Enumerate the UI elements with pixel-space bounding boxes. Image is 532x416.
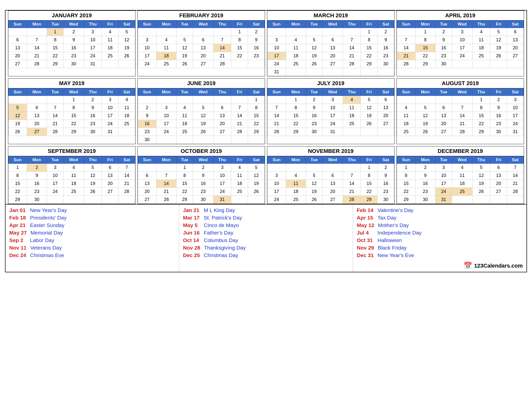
cal-day: 19 (193, 120, 213, 128)
month-table-9: SunMonTueWedThuFriSat1234567891011121314… (8, 156, 135, 204)
cal-day: 25 (118, 120, 135, 128)
cal-day: 13 (322, 44, 343, 52)
cal-day (156, 96, 176, 104)
cal-day (378, 128, 394, 136)
holiday-row: Jan 21M L King Day (183, 206, 349, 214)
cal-day: 14 (343, 180, 361, 188)
holiday-date: Oct 31 (357, 237, 374, 243)
cal-day (213, 136, 231, 144)
day-header-sun: Sun (268, 156, 286, 164)
holiday-name: New Year's Day (30, 207, 67, 213)
cal-day: 28 (452, 128, 472, 136)
cal-day: 14 (213, 44, 231, 52)
cal-day (306, 28, 322, 36)
cal-day: 26 (8, 128, 27, 136)
holiday-row: Oct 14Columbus Day (183, 237, 349, 244)
cal-day: 3 (47, 164, 64, 172)
day-header-tue: Tue (176, 156, 193, 164)
cal-day: 3 (84, 28, 102, 36)
holiday-row: Oct 31Halloween (357, 237, 523, 244)
cal-day: 10 (452, 36, 472, 44)
cal-day: 10 (47, 172, 64, 180)
month-block-10: OCTOBER 2019SunMonTueWedThuFriSat1234567… (138, 146, 265, 204)
cal-day: 18 (102, 44, 118, 52)
cal-day: 18 (231, 180, 248, 188)
day-header-sat: Sat (507, 21, 524, 28)
day-header-sat: Sat (378, 156, 394, 164)
cal-day: 31 (435, 196, 452, 204)
cal-day: 7 (213, 36, 231, 44)
cal-day: 27 (378, 120, 394, 128)
day-header-wed: Wed (64, 89, 84, 96)
day-header-thu: Thu (213, 156, 231, 164)
cal-day: 31 (322, 128, 343, 136)
cal-day: 27 (490, 188, 507, 196)
cal-day: 24 (84, 52, 102, 60)
day-header-mon: Mon (27, 156, 47, 164)
holiday-date: Nov 11 (9, 245, 26, 251)
cal-day (322, 68, 343, 76)
cal-day (102, 60, 118, 68)
calendars-grid: JANUARY 2019SunMonTueWedThuFriSat1234567… (5, 10, 527, 204)
holiday-row: Sep 2Labor Day (9, 237, 175, 244)
cal-day: 9 (64, 36, 84, 44)
cal-day: 12 (306, 180, 322, 188)
cal-day (64, 196, 84, 204)
cal-day: 27 (213, 128, 231, 136)
cal-day: 25 (156, 60, 176, 68)
cal-day: 10 (435, 172, 452, 180)
cal-day: 12 (306, 44, 322, 52)
cal-day: 29 (176, 196, 193, 204)
cal-day: 27 (322, 196, 343, 204)
day-header-thu: Thu (343, 156, 361, 164)
cal-day (397, 96, 416, 104)
cal-day: 21 (213, 52, 231, 60)
cal-day: 9 (378, 172, 394, 180)
cal-day: 9 (415, 172, 435, 180)
cal-day: 16 (27, 180, 47, 188)
cal-day: 25 (231, 188, 248, 196)
cal-day: 21 (268, 120, 286, 128)
cal-day (452, 60, 472, 68)
day-header-wed: Wed (193, 156, 213, 164)
cal-day (231, 196, 248, 204)
cal-day: 29 (64, 128, 84, 136)
cal-day (118, 196, 135, 204)
cal-day (361, 68, 378, 76)
cal-day: 19 (490, 44, 507, 52)
cal-day: 16 (378, 180, 394, 188)
day-header-fri: Fri (231, 89, 248, 96)
cal-day (343, 28, 361, 36)
cal-day: 5 (84, 164, 102, 172)
cal-day: 27 (507, 52, 524, 60)
cal-day: 11 (231, 172, 248, 180)
cal-day: 29 (472, 128, 490, 136)
day-header-thu: Thu (213, 89, 231, 96)
cal-day: 30 (138, 136, 156, 144)
cal-day (231, 60, 248, 68)
cal-day: 23 (415, 188, 435, 196)
month-title-2: FEBRUARY 2019 (138, 11, 265, 21)
cal-day: 12 (472, 172, 490, 180)
cal-day (378, 68, 394, 76)
cal-day: 12 (361, 104, 378, 112)
cal-day (490, 60, 507, 68)
cal-day: 14 (118, 172, 135, 180)
cal-day: 6 (435, 104, 452, 112)
cal-day: 29 (397, 196, 416, 204)
cal-day (138, 28, 156, 36)
cal-day: 4 (286, 172, 306, 180)
cal-day: 29 (47, 60, 64, 68)
cal-day: 17 (84, 44, 102, 52)
cal-day: 24 (322, 120, 343, 128)
cal-day: 18 (472, 44, 490, 52)
day-header-sat: Sat (118, 156, 135, 164)
cal-day: 3 (102, 96, 118, 104)
cal-day: 8 (361, 172, 378, 180)
holiday-row: Dec 25Christmas Day (183, 252, 349, 259)
cal-day: 6 (322, 172, 343, 180)
cal-day: 19 (306, 188, 322, 196)
month-table-11: SunMonTueWedThuFriSat1234567891011121314… (267, 156, 394, 204)
cal-day (286, 164, 306, 172)
cal-day: 31 (507, 128, 524, 136)
